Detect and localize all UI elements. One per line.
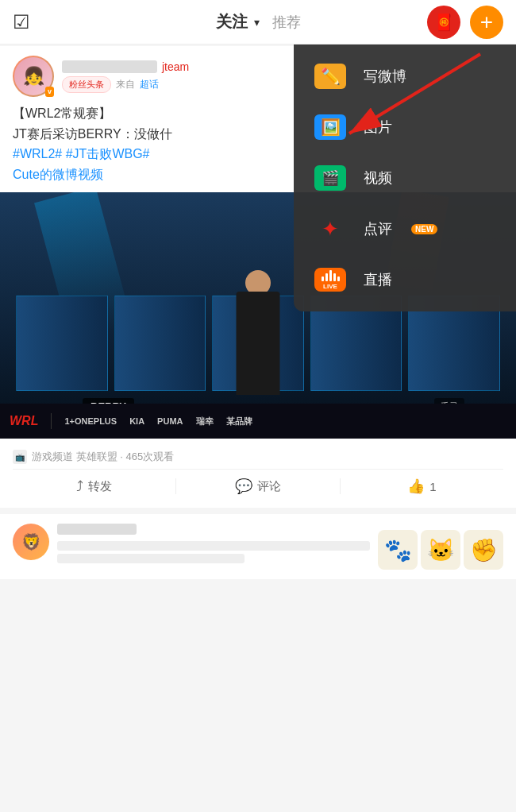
- username-jteam[interactable]: jteam: [162, 60, 189, 73]
- photo-icon: 🖼️: [321, 118, 341, 137]
- add-icon: +: [480, 10, 493, 35]
- menu-item-write[interactable]: ✏️ 写微博: [294, 51, 516, 102]
- review-icon-wrap: ✦: [313, 215, 348, 243]
- hashtag-wrl2[interactable]: #WRL2#: [13, 147, 66, 160]
- sponsors-bar: WRL 1+ONEPLUS KIA PUMA 瑞幸 某品牌: [0, 404, 516, 439]
- pillar-2: [114, 296, 206, 391]
- oneplus-logo: 1+ONEPLUS: [64, 416, 117, 426]
- channel-text: 游戏频道 英雄联盟 · 465次观看: [32, 450, 174, 464]
- post2-content-blur-1: [57, 541, 370, 551]
- menu-item-live[interactable]: LIVE 直播: [294, 254, 516, 305]
- red-bag-icon: 🧧: [434, 13, 454, 32]
- write-icon: ✏️: [321, 67, 341, 86]
- menu-item-review[interactable]: ✦ 点评 NEW: [294, 203, 516, 254]
- review-star-icon: ✦: [322, 217, 339, 242]
- calendar-icon: ☑: [13, 11, 30, 33]
- new-badge: NEW: [411, 224, 437, 234]
- avatar[interactable]: 👧 v: [13, 56, 54, 97]
- write-icon-wrap: ✏️: [313, 62, 348, 91]
- comment-icon: 💬: [235, 478, 252, 495]
- comment-button[interactable]: 💬 评论: [176, 478, 339, 495]
- live-signal-lines: [322, 270, 340, 281]
- video-link[interactable]: Cute的微博视频: [13, 168, 103, 181]
- sticker-3: ✊: [464, 530, 503, 570]
- sticker-2: 🐱: [421, 530, 460, 570]
- kia-logo: KIA: [129, 416, 144, 426]
- wrl-logo: WRL: [10, 414, 38, 428]
- video-icon-bg: 🎬: [314, 165, 346, 191]
- pillar-1: [16, 296, 108, 391]
- app-header: ☑ 关注 ▾ 推荐 🧧 +: [0, 0, 516, 44]
- post-card-2: 🦁 🐾 🐱 ✊: [0, 514, 516, 579]
- forward-icon: ⤴: [76, 478, 83, 495]
- add-post-button[interactable]: +: [470, 6, 503, 39]
- tab-recommend[interactable]: 推荐: [272, 13, 301, 32]
- post-footer: 📺 游戏频道 英雄联盟 · 465次观看 ⤴ 转发 💬 评论 👍 1: [0, 439, 516, 508]
- sticker-1: 🐾: [378, 530, 418, 570]
- live-label: 直播: [364, 270, 392, 289]
- comment-label: 评论: [257, 479, 281, 494]
- menu-item-photo[interactable]: 🖼️ 图片: [294, 102, 516, 153]
- write-icon-bg: ✏️: [314, 64, 346, 89]
- video-label: 视频: [364, 168, 392, 188]
- sponsor-5: 某品牌: [226, 416, 252, 427]
- post2-right: 🐾 🐱 ✊: [57, 524, 503, 570]
- tab-follow[interactable]: 关注: [216, 11, 248, 33]
- photo-icon-bg: 🖼️: [314, 114, 346, 140]
- super-topic-link[interactable]: 超话: [140, 78, 159, 91]
- live-bar-3: [329, 270, 332, 281]
- photo-label: 图片: [364, 118, 392, 137]
- forward-button[interactable]: ⤴ 转发: [13, 478, 175, 495]
- channel-row: 📺 游戏频道 英雄联盟 · 465次观看: [13, 445, 503, 469]
- live-bar-1: [322, 276, 324, 281]
- header-tabs: 关注 ▾ 推荐: [216, 11, 301, 33]
- hashtag-jt[interactable]: #JT击败WBG#: [66, 147, 150, 160]
- video-icon-wrap: 🎬: [313, 164, 348, 192]
- photo-icon-wrap: 🖼️: [313, 113, 348, 141]
- write-label: 写微博: [364, 67, 406, 86]
- like-button[interactable]: 👍 1: [341, 478, 503, 495]
- puma-logo: PUMA: [157, 416, 183, 426]
- post2-name-blur: [57, 524, 137, 535]
- review-icon-bg: ✦: [314, 216, 346, 242]
- post2-text-area: [57, 524, 370, 570]
- performer-body: [237, 292, 280, 395]
- vip-badge: v: [45, 87, 54, 97]
- like-icon: 👍: [407, 478, 425, 495]
- sponsor-4: 瑞幸: [196, 416, 214, 427]
- post-actions: ⤴ 转发 💬 评论 👍 1: [13, 469, 503, 501]
- dropdown-menu: ✏️ 写微博 🖼️ 图片 🎬 视频 ✦ 点评 NEW: [294, 44, 516, 311]
- post2-content-blur-2: [57, 554, 245, 563]
- performer-figure: [226, 276, 290, 395]
- live-icon-bg: LIVE: [314, 268, 346, 292]
- like-count: 1: [429, 480, 436, 493]
- live-bar-2: [325, 273, 328, 281]
- sponsor-sep-1: [51, 413, 52, 429]
- red-bag-button[interactable]: 🧧: [427, 6, 460, 39]
- dropdown-arrow-icon[interactable]: ▾: [254, 16, 260, 29]
- live-bar-5: [337, 276, 340, 281]
- forward-label: 转发: [88, 479, 112, 494]
- fans-tag: 粉丝头条: [62, 76, 111, 93]
- live-icon-wrap: LIVE: [313, 265, 348, 294]
- username-blur: [62, 60, 157, 73]
- header-right-actions: 🧧 +: [427, 6, 503, 39]
- stickers-area: 🐾 🐱 ✊: [378, 530, 503, 570]
- calendar-btn[interactable]: ☑: [13, 11, 30, 33]
- from-label: 来自: [116, 78, 135, 91]
- live-bar-4: [333, 273, 336, 281]
- menu-item-video[interactable]: 🎬 视频: [294, 153, 516, 203]
- avatar-2[interactable]: 🦁: [13, 524, 49, 560]
- video-icon: 🎬: [322, 169, 339, 187]
- review-label: 点评: [364, 219, 392, 238]
- live-text: LIVE: [323, 283, 337, 290]
- channel-icon: 📺: [13, 450, 27, 464]
